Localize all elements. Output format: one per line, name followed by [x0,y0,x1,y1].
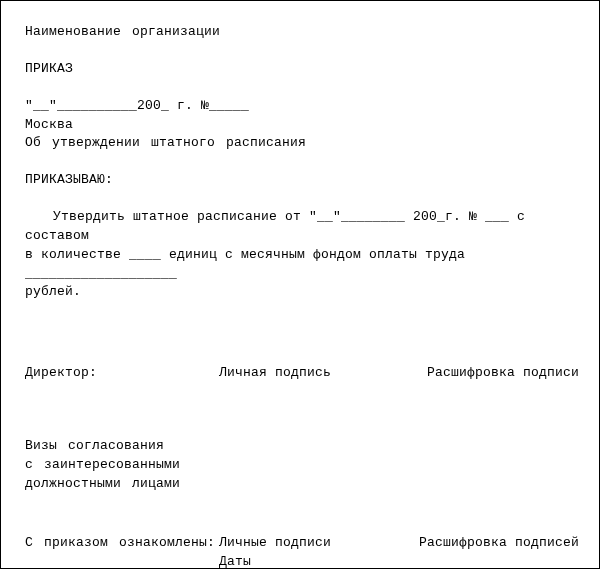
org-name: Наименование организации [25,23,579,42]
ack-mid-col: Личные подписи Даты [219,534,396,569]
document-page: Наименование организации ПРИКАЗ "__"____… [0,0,600,569]
decipher-sign-label: Расшифровка подписи [396,364,579,383]
visas-line3: должностными лицами [25,475,579,494]
ack-sign-row: С приказом ознакомлены: Личные подписи Д… [25,534,579,569]
director-label: Директор: [25,364,219,383]
city: Москва [25,116,579,135]
command-label: ПРИКАЗЫВАЮ: [25,171,579,190]
director-sign-row: Директор: Личная подпись Расшифровка под… [25,364,579,383]
visas-line2: с заинтересованными [25,456,579,475]
visas-line1: Визы согласования [25,437,579,456]
dates-label: Даты [219,553,396,570]
personal-sign-label: Личная подпись [219,364,396,383]
date-number-line: "__"__________200_ г. №_____ [25,97,579,116]
ack-label: С приказом ознакомлены: [25,534,219,569]
subject: Об утверждении штатного расписания [25,134,579,153]
body-line2: в количестве ____ единиц с месячным фонд… [25,246,579,284]
order-label: ПРИКАЗ [25,60,579,79]
decipher-signs-label: Расшифровка подписей [396,534,579,569]
visas-block: Визы согласования с заинтересованными до… [25,437,579,494]
body-line1: Утвердить штатное расписание от "__"____… [25,208,579,246]
personal-signs-label: Личные подписи [219,534,396,553]
body-line3: рублей. [25,283,579,302]
